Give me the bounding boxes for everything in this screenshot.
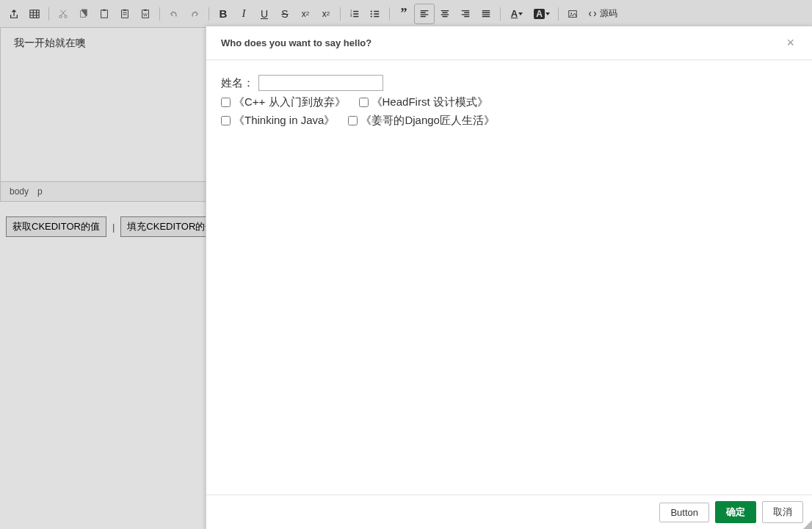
dialog-title: Who does you want to say hello? <box>221 37 371 48</box>
checkbox-1[interactable] <box>221 98 231 107</box>
checkbox-2[interactable] <box>359 98 369 107</box>
checkbox-option-4[interactable]: 《姜哥的Django匠人生活》 <box>348 114 495 128</box>
checkbox-option-1[interactable]: 《C++ 从入门到放弃》 <box>221 95 346 109</box>
dialog-header: Who does you want to say hello? × <box>206 26 812 60</box>
close-icon[interactable]: × <box>783 35 797 51</box>
checkbox-4[interactable] <box>348 116 358 125</box>
checkbox-label: 《姜哥的Django匠人生活》 <box>360 114 495 128</box>
name-input[interactable] <box>258 75 383 91</box>
name-label: 姓名： <box>221 76 254 90</box>
dialog: Who does you want to say hello? × 姓名： 《C… <box>206 26 812 529</box>
checkbox-option-3[interactable]: 《Thinking in Java》 <box>221 114 335 128</box>
resize-handle-icon[interactable] <box>803 520 812 529</box>
footer-button[interactable]: Button <box>659 503 709 522</box>
checkbox-row-1: 《C++ 从入门到放弃》 《HeadFirst 设计模式》 <box>221 95 797 109</box>
checkbox-label: 《C++ 从入门到放弃》 <box>233 95 346 109</box>
checkbox-option-2[interactable]: 《HeadFirst 设计模式》 <box>359 95 488 109</box>
checkbox-row-2: 《Thinking in Java》 《姜哥的Django匠人生活》 <box>221 114 797 128</box>
dialog-footer: Button 确定 取消 <box>206 495 812 529</box>
cancel-button[interactable]: 取消 <box>762 501 803 523</box>
name-row: 姓名： <box>221 75 797 91</box>
dialog-body: 姓名： 《C++ 从入门到放弃》 《HeadFirst 设计模式》 《Think… <box>206 60 812 495</box>
checkbox-3[interactable] <box>221 116 231 125</box>
ok-button[interactable]: 确定 <box>715 501 756 523</box>
checkbox-label: 《Thinking in Java》 <box>233 114 335 128</box>
checkbox-label: 《HeadFirst 设计模式》 <box>371 95 488 109</box>
